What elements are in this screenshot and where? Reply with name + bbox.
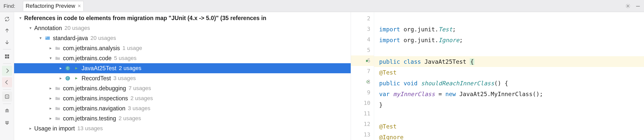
chevron-right-icon[interactable]	[58, 75, 63, 82]
chevron-right-icon[interactable]	[48, 105, 53, 112]
svg-rect-8	[45, 36, 47, 38]
chevron-down-icon[interactable]	[48, 55, 53, 62]
tree-root[interactable]: References in code to elements from migr…	[14, 13, 351, 23]
svg-text:C: C	[67, 77, 69, 80]
expand-all-icon[interactable]	[2, 106, 12, 116]
chevron-right-icon[interactable]	[48, 85, 53, 92]
tabbar: Find: Refactoring Preview ×	[0, 0, 644, 12]
folder-icon	[54, 85, 61, 92]
tree-node-package[interactable]: com.jetbrains.testing 2 usages	[14, 113, 351, 123]
tree-node-usage-import[interactable]: Usage in import 13 usages	[14, 123, 351, 133]
usages-tree[interactable]: References in code to elements from migr…	[14, 12, 351, 140]
code-line	[374, 45, 644, 56]
collapse-all-icon[interactable]	[2, 117, 12, 127]
group-icon[interactable]	[2, 51, 12, 61]
svg-rect-4	[5, 57, 7, 58]
minimize-icon[interactable]	[634, 3, 641, 10]
code-line: import org.junit.Test;	[374, 24, 644, 35]
tree-node-package[interactable]: com.jetbrains.debugging 7 usages	[14, 83, 351, 93]
tree-node-package[interactable]: com.jetbrains.navigation 3 usages	[14, 103, 351, 113]
editor-gutter: 2 3 4 5 ▶6 7 ⟳8 9 10 11 12 13	[351, 12, 374, 140]
find-label: Find:	[4, 3, 15, 9]
svg-point-0	[627, 5, 629, 7]
chevron-right-icon[interactable]	[58, 65, 63, 72]
module-icon	[44, 35, 51, 41]
folder-icon	[54, 115, 61, 122]
arrow-up-icon[interactable]	[2, 26, 12, 36]
run-test-gutter-icon[interactable]: ⟳	[366, 80, 369, 84]
code-line	[374, 13, 644, 24]
test-run-icon: ▸	[73, 65, 80, 72]
code-line: @Test	[374, 121, 644, 132]
code-line: @Test	[374, 67, 644, 78]
code-line	[374, 110, 644, 121]
code-line: import org.junit.Ignore;	[374, 35, 644, 45]
svg-text:C: C	[67, 66, 69, 70]
arrow-down-icon[interactable]	[2, 37, 12, 47]
code-line: var myInnerClass = new JavaAt25.MyInnerC…	[374, 89, 644, 99]
tree-node-class[interactable]: C ▸ RecordTest 3 usages	[14, 73, 351, 83]
code-line: public void shouldReachInnerClass() {	[374, 78, 644, 89]
tab-refactoring-preview[interactable]: Refactoring Preview ×	[23, 1, 84, 11]
close-icon[interactable]: ×	[78, 3, 81, 9]
tree-root-label: References in code to elements from migr…	[24, 13, 266, 23]
chevron-down-icon[interactable]	[28, 25, 33, 32]
chevron-down-icon[interactable]	[38, 35, 43, 42]
folder-icon	[54, 105, 61, 112]
code-area[interactable]: import org.junit.Test; import org.junit.…	[374, 12, 644, 140]
editor-preview[interactable]: 2 3 4 5 ▶6 7 ⟳8 9 10 11 12 13 import org…	[351, 12, 644, 140]
svg-rect-5	[7, 57, 9, 58]
test-run-icon: ▸	[73, 75, 80, 82]
code-line: @Ignore	[374, 132, 644, 140]
gear-icon[interactable]	[624, 3, 631, 10]
chevron-right-icon[interactable]	[48, 95, 53, 102]
info-icon[interactable]	[2, 92, 12, 102]
folder-icon	[54, 95, 61, 102]
run-test-gutter-icon[interactable]: ▶	[366, 58, 369, 63]
tree-node-package[interactable]: com.jetbrains.analysis 1 usage	[14, 43, 351, 53]
code-line: public class JavaAt25Test {	[374, 56, 644, 67]
folder-icon	[54, 55, 61, 61]
refresh-icon[interactable]	[2, 14, 12, 24]
tree-node-module[interactable]: standard-java 20 usages	[14, 33, 351, 43]
svg-rect-3	[7, 54, 9, 56]
tree-node-package[interactable]: com.jetbrains.inspections 2 usages	[14, 93, 351, 103]
chevron-right-icon[interactable]	[48, 45, 53, 52]
tree-node-annotation[interactable]: Annotation 20 usages	[14, 23, 351, 33]
tree-node-class-selected[interactable]: C ▸ JavaAt25Test 2 usages	[14, 63, 351, 73]
svg-rect-2	[5, 54, 7, 56]
class-icon: C	[64, 65, 71, 72]
left-toolbar	[0, 12, 14, 140]
chevron-right-icon[interactable]	[48, 115, 53, 122]
tree-node-package[interactable]: com.jetbrains.code 5 usages	[14, 53, 351, 63]
folder-icon	[54, 45, 61, 51]
tab-title: Refactoring Preview	[26, 3, 75, 9]
chevron-down-icon[interactable]	[18, 15, 23, 22]
class-icon: C	[64, 75, 71, 82]
chevron-right-icon[interactable]	[28, 125, 33, 132]
cancel-refactor-icon[interactable]	[2, 77, 12, 87]
code-line: }	[374, 99, 644, 110]
do-refactor-icon[interactable]	[2, 66, 12, 76]
